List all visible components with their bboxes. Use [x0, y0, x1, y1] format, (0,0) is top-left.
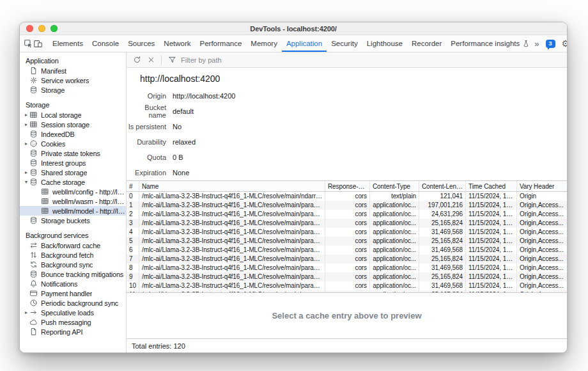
sidebar-item-webllm-wasm-http-loca[interactable]: webllm/wasm - http://loca...	[20, 196, 126, 206]
cache-entry-row[interactable]: 2/mlc-ai/Llama-3.2-3B-Instruct-q4f16_1-M…	[127, 210, 567, 219]
cell-content-length: 25,165,824	[419, 219, 466, 228]
sidebar-item-speculative-loads[interactable]: ▸Speculative loads	[20, 308, 126, 317]
expander-collapsed-icon[interactable]: ▸	[23, 170, 29, 175]
database-icon	[29, 86, 38, 94]
minimize-window-button[interactable]	[38, 25, 45, 32]
sidebar-item-manifest[interactable]: Manifest	[20, 66, 126, 75]
sidebar-section-title: Background services	[20, 230, 126, 241]
window-titlebar[interactable]: DevTools - localhost:4200/	[20, 22, 567, 35]
sidebar-item-reporting-api[interactable]: Reporting API	[20, 327, 126, 336]
settings-gear-icon[interactable]: ⚙	[562, 39, 568, 48]
cache-entry-row[interactable]: 0/mlc-ai/Llama-3.2-3B-Instruct-q4f16_1-M…	[127, 192, 567, 201]
cell-name: /mlc-ai/Llama-3.2-3B-Instruct-q4f16_1-ML…	[139, 237, 325, 246]
cache-entry-row[interactable]: 5/mlc-ai/Llama-3.2-3B-Instruct-q4f16_1-M…	[127, 237, 567, 246]
cache-entry-row[interactable]: 9/mlc-ai/Llama-3.2-3B-Instruct-q4f16_1-M…	[127, 272, 567, 281]
tab-performance[interactable]: Performance	[196, 35, 247, 52]
expander-collapsed-icon[interactable]: ▸	[23, 122, 29, 127]
cache-entry-row[interactable]: 6/mlc-ai/Llama-3.2-3B-Instruct-q4f16_1-M…	[127, 246, 567, 255]
sidebar-item-label: Payment handler	[41, 290, 92, 297]
tab-performance-insights[interactable]: Performance insights	[446, 35, 534, 52]
tab-console[interactable]: Console	[88, 35, 123, 52]
sidebar-item-storage[interactable]: Storage	[20, 85, 126, 95]
tab-security[interactable]: Security	[327, 35, 362, 52]
cell-content-type: application/oc...	[370, 255, 419, 264]
sidebar-item-interest-groups[interactable]: Interest groups	[20, 158, 126, 168]
sidebar-item-back-forward-cache[interactable]: Back/forward cache	[20, 241, 126, 250]
sidebar-item-background-fetch[interactable]: Background fetch	[20, 250, 126, 260]
tab-sources[interactable]: Sources	[123, 35, 159, 52]
column-header-response-type[interactable]: Response-Type	[325, 181, 370, 191]
cell-time-cached: 11/15/2024, 10...	[466, 201, 517, 210]
refresh-icon[interactable]	[130, 54, 143, 67]
sidebar-item-service-workers[interactable]: Service workers	[20, 75, 126, 85]
cell-vary-header: Origin,Access...	[517, 237, 567, 246]
tab-recorder[interactable]: Recorder	[407, 35, 446, 52]
column-header-vary-header[interactable]: Vary Header	[517, 181, 567, 191]
tab-application[interactable]: Application	[282, 35, 327, 52]
tab-label: Elements	[52, 40, 83, 47]
column-header-name[interactable]: Name	[139, 181, 325, 191]
cache-entry-row[interactable]: 8/mlc-ai/Llama-3.2-3B-Instruct-q4f16_1-M…	[127, 264, 567, 272]
tab-lighthouse[interactable]: Lighthouse	[362, 35, 407, 52]
cell-: 3	[127, 219, 139, 228]
expander-collapsed-icon[interactable]: ▸	[23, 141, 29, 146]
tab-elements[interactable]: Elements	[48, 35, 88, 52]
device-toolbar-icon[interactable]	[33, 35, 43, 52]
sidebar-item-payment-handler[interactable]: Payment handler	[20, 288, 126, 298]
sidebar-item-label: webllm/config - http://loc...	[52, 188, 126, 196]
delete-selected-icon[interactable]	[144, 54, 157, 67]
sidebar-item-session-storage[interactable]: ▸Session storage	[20, 120, 126, 129]
sidebar-item-shared-storage[interactable]: ▸Shared storage	[20, 168, 126, 177]
sidebar-item-private-state-tokens[interactable]: Private state tokens	[20, 148, 126, 158]
meta-row-origin: Originhttp://localhost:4200	[127, 88, 567, 104]
tab-memory[interactable]: Memory	[246, 35, 282, 52]
document-icon	[29, 67, 38, 75]
column-header-content-type[interactable]: Content-Type	[370, 181, 419, 191]
sidebar-item-storage-buckets[interactable]: Storage buckets	[20, 216, 126, 225]
cell-content-length: 121,041	[419, 192, 466, 201]
column-header-[interactable]: #	[127, 181, 139, 191]
cache-entry-row[interactable]: 10/mlc-ai/Llama-3.2-3B-Instruct-q4f16_1-…	[127, 281, 567, 290]
expander-collapsed-icon[interactable]: ▸	[23, 310, 29, 315]
sidebar-item-periodic-background-sync[interactable]: Periodic background sync	[20, 298, 126, 308]
zoom-window-button[interactable]	[50, 25, 58, 32]
sidebar-item-notifications[interactable]: Notifications	[20, 279, 126, 288]
expander-collapsed-icon[interactable]: ▸	[23, 112, 29, 118]
expander-expanded-icon[interactable]: ▾	[23, 179, 29, 185]
tab-label: Performance insights	[451, 40, 520, 47]
column-header-time-cached[interactable]: Time Cached	[466, 181, 517, 191]
cache-entry-row[interactable]: 3/mlc-ai/Llama-3.2-3B-Instruct-q4f16_1-M…	[127, 219, 567, 228]
cell-content-type: application/oc...	[370, 246, 419, 255]
meta-label: Expiration	[127, 169, 166, 177]
sidebar-item-bounce-tracking-mitigations[interactable]: Bounce tracking mitigations	[20, 269, 126, 279]
cell-name: /mlc-ai/Llama-3.2-3B-Instruct-q4f16_1-ML…	[139, 210, 325, 219]
sidebar-item-webllm-model-http-loc[interactable]: webllm/model - http://loc...	[20, 206, 126, 216]
cache-entry-row[interactable]: 1/mlc-ai/Llama-3.2-3B-Instruct-q4f16_1-M…	[127, 201, 567, 210]
meta-label: Quota	[127, 154, 166, 161]
more-tabs-icon[interactable]: »	[534, 39, 539, 49]
close-window-button[interactable]	[26, 25, 33, 32]
cell-content-length: 25,165,824	[419, 237, 466, 246]
meta-label: Durability	[127, 138, 166, 146]
sidebar-item-cache-storage[interactable]: ▾Cache storage	[20, 177, 126, 187]
tab-network[interactable]: Network	[159, 35, 195, 52]
inspect-element-icon[interactable]	[24, 35, 33, 52]
cache-entry-row[interactable]: 7/mlc-ai/Llama-3.2-3B-Instruct-q4f16_1-M…	[127, 255, 567, 264]
cache-entry-row[interactable]: 4/mlc-ai/Llama-3.2-3B-Instruct-q4f16_1-M…	[127, 228, 567, 237]
sidebar-item-push-messaging[interactable]: Push messaging	[20, 317, 126, 327]
sidebar-item-background-sync[interactable]: Background sync	[20, 260, 126, 269]
sidebar-item-label: Interest groups	[41, 159, 86, 167]
filter-by-path-input[interactable]: Filter by path	[166, 54, 222, 67]
cell-vary-header: Origin,Access...	[517, 228, 567, 237]
cell-content-type: application/oc...	[370, 210, 419, 219]
sidebar-item-webllm-config-http-loc[interactable]: webllm/config - http://loc...	[20, 187, 126, 196]
sidebar-item-local-storage[interactable]: ▸Local storage	[20, 110, 126, 120]
column-header-content-length[interactable]: Content-Length	[419, 181, 466, 191]
cell-content-type: application/oc...	[370, 228, 419, 237]
tab-label: Recorder	[412, 40, 442, 47]
sidebar-item-cookies[interactable]: ▸Cookies	[20, 139, 126, 148]
console-messages-badge[interactable]: 3	[546, 40, 555, 48]
sidebar-item-label: Notifications	[41, 280, 77, 288]
sidebar-item-indexeddb[interactable]: IndexedDB	[20, 129, 126, 139]
sidebar-item-label: Speculative loads	[41, 309, 94, 317]
